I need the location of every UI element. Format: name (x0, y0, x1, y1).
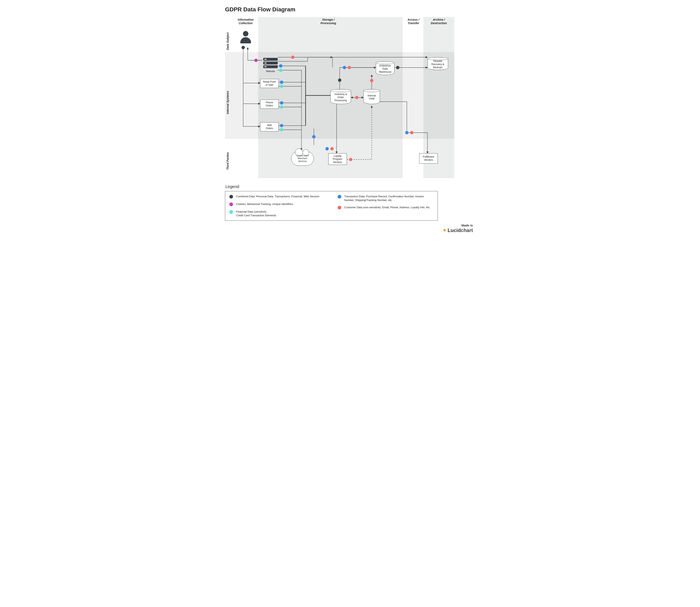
dot-blue-edwline (343, 66, 346, 69)
db-backup: Disaster Recovery & Backups (427, 57, 448, 70)
node-retail: Retail Point of Sale (260, 79, 279, 88)
dot-cookies (254, 59, 258, 62)
brand-logo: ✦Lucidchart (225, 228, 473, 233)
node-phone: Phone Orders (260, 100, 279, 109)
dot-teal-site (279, 68, 282, 72)
dot-red-crmtop (370, 79, 373, 82)
dot-dark-edw-out (396, 66, 399, 69)
legend-financial: Financial Data (sensitive); Credit Card … (229, 210, 325, 217)
dot-teal-retail (280, 85, 283, 88)
dot-combined-user (241, 46, 245, 49)
server-icon (263, 58, 278, 69)
legend: Legend Combined Data: Personal Data, Tra… (225, 184, 475, 221)
brand-made: Made in (225, 224, 473, 227)
db-inventory: Inventory & Order Processing (331, 89, 351, 104)
legend-title: Legend (226, 184, 475, 189)
dot-red-loyalty-back (349, 158, 352, 161)
dot-red-website-top (291, 56, 294, 59)
legend-combined: Combined Data: Personal Data, Transactio… (229, 195, 325, 198)
db-crm: Internal CRM (363, 89, 380, 104)
cloud-merchant: Check Card Merchant Services (291, 151, 314, 166)
dot-teal-phone (280, 105, 283, 109)
db-edw: Enterprise Data Warehouse (376, 61, 395, 75)
dot-teal-mail (280, 128, 283, 131)
user-icon (238, 31, 253, 45)
dot-blue-site (279, 64, 282, 67)
dot-blue-merchant (312, 135, 316, 139)
legend-transaction: Transaction Data: Purchase Record, Confi… (338, 195, 433, 202)
dot-red-fulf (410, 131, 413, 134)
node-fulfillment: Fulfillment Vendors (419, 153, 438, 164)
node-mail: Mail Orders (260, 122, 279, 131)
brand: Made in ✦Lucidchart (225, 224, 475, 233)
node-loyalty: Loyalty Program Vendors (328, 153, 347, 165)
legend-cookies: Cookies, Behavioral Tracking, Unique Ide… (229, 202, 325, 206)
diagram-canvas: Information Collection Storage / Process… (225, 17, 463, 178)
legend-customer: Customer Data (non-sensitive): Email, Ph… (338, 206, 433, 209)
dot-blue-retail (280, 81, 283, 84)
dot-red-edwline (348, 66, 351, 69)
dot-blue-phone (280, 101, 283, 105)
website-label: Website (264, 70, 277, 73)
page-title: GDPR Data Flow Diagram (225, 6, 475, 13)
dot-dark-invtop (338, 79, 341, 82)
dot-blue-loyalty (325, 147, 329, 150)
dot-red-loyalty (331, 147, 334, 150)
dot-blue-mail (280, 124, 283, 127)
dot-red-inv-crm (355, 96, 359, 99)
dot-blue-fulf (405, 131, 408, 134)
